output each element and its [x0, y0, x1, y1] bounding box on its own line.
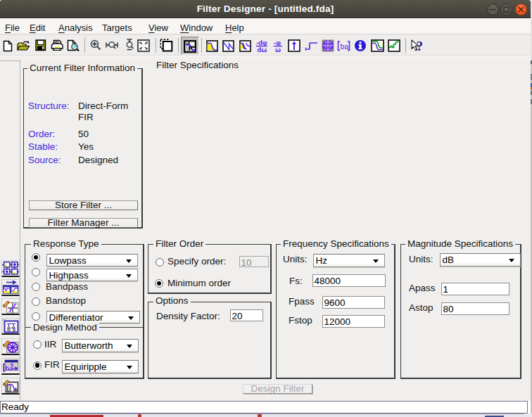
svg-text:ba: ba — [340, 42, 348, 51]
svg-text:?: ? — [417, 39, 424, 53]
svg-text:ω: ω — [275, 46, 281, 52]
svg-text:ba: ba — [5, 364, 13, 372]
svg-text:dω: dω — [257, 46, 267, 52]
